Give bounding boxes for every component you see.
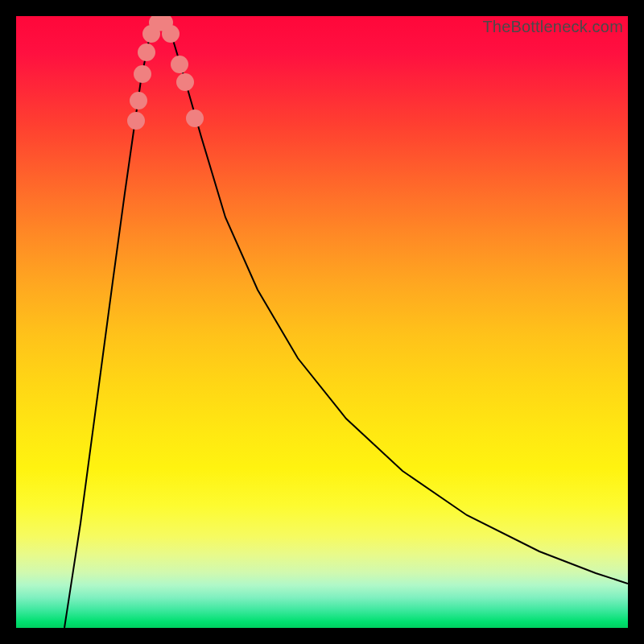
curve-marker	[134, 65, 151, 83]
curve-marker	[130, 92, 147, 109]
curve-marker	[171, 56, 188, 73]
curve-markers	[127, 16, 204, 130]
curve-marker	[176, 73, 194, 91]
curve-path	[64, 20, 628, 628]
chart-frame: TheBottleneck.com	[0, 0, 644, 644]
curve-marker	[138, 43, 155, 61]
curve-marker	[186, 109, 204, 127]
bottleneck-curve	[16, 16, 628, 628]
plot-area: TheBottleneck.com	[16, 16, 628, 628]
curve-marker	[162, 25, 180, 43]
curve-marker	[127, 112, 145, 130]
